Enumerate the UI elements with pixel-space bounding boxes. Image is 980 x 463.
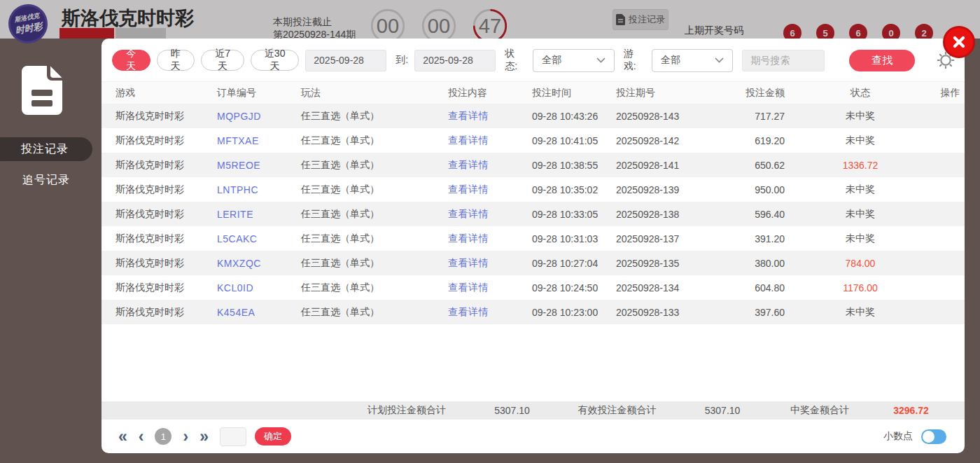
cell-period: 20250928-134 [616, 282, 734, 293]
cell-status: 1176.00 [785, 282, 936, 293]
table-row: 斯洛伐克时时彩 M5REOE 任三直选（单式） 查看详情 09-28 10:38… [102, 153, 965, 177]
column-header: 游戏 [115, 87, 217, 99]
cell-play-type: 任三直选（单式） [301, 233, 448, 245]
cell-play-type: 任三直选（单式） [301, 208, 448, 221]
quick-range-button[interactable]: 昨天 [157, 50, 195, 71]
cell-play-type: 任三直选（单式） [301, 110, 448, 123]
win-total-value: 3296.72 [893, 405, 965, 416]
pagination-bar: « ‹ 1 › » 确定 小数点 [102, 420, 965, 453]
cell-game: 斯洛伐克时时彩 [115, 257, 217, 270]
cell-status: 未中奖 [785, 306, 936, 319]
first-page-button[interactable]: « [118, 429, 127, 445]
decimal-toggle-label: 小数点 [883, 430, 913, 443]
order-number-link[interactable]: KMXZQC [217, 258, 261, 269]
decimal-toggle-switch[interactable] [921, 429, 946, 444]
planned-total-label: 计划投注金额合计 [368, 404, 494, 417]
table-row: 斯洛伐克时时彩 LERITE 任三直选（单式） 查看详情 09-28 10:33… [102, 202, 965, 226]
date-from-input[interactable] [305, 50, 386, 71]
chevron-down-icon [596, 57, 606, 63]
cell-amount: 397.60 [734, 307, 785, 318]
cell-bet-time: 09-28 10:27:04 [532, 258, 616, 269]
cell-amount: 650.62 [734, 160, 785, 171]
cell-game: 斯洛伐克时时彩 [115, 184, 217, 196]
order-number-link[interactable]: L5CAKC [217, 233, 257, 244]
view-detail-link[interactable]: 查看详情 [448, 208, 489, 219]
cell-bet-time: 09-28 10:38:55 [532, 160, 616, 171]
table-row: 斯洛伐克时时彩 KMXZQC 任三直选（单式） 查看详情 09-28 10:27… [102, 251, 965, 275]
cell-status: 未中奖 [785, 110, 936, 123]
cell-bet-time: 09-28 10:33:05 [532, 209, 616, 220]
page-jump-input[interactable] [220, 427, 246, 446]
last-page-button[interactable]: » [200, 429, 209, 445]
cell-game: 斯洛伐克时时彩 [115, 159, 217, 172]
quick-range-button[interactable]: 近7天 [201, 50, 244, 71]
view-detail-link[interactable]: 查看详情 [448, 233, 489, 244]
sidebar-item-0[interactable]: 投注记录 [0, 137, 92, 161]
cell-play-type: 任三直选（单式） [301, 282, 448, 294]
cell-bet-time: 09-28 10:31:03 [532, 233, 616, 244]
view-detail-link[interactable]: 查看详情 [448, 282, 489, 293]
sidebar-item-1[interactable]: 追号记录 [0, 168, 92, 192]
order-number-link[interactable]: LNTPHC [217, 184, 258, 195]
close-modal-button[interactable] [943, 26, 975, 58]
cell-amount: 619.20 [734, 135, 785, 146]
cell-game: 斯洛伐克时时彩 [115, 208, 217, 221]
cell-period: 20250928-135 [616, 258, 734, 269]
cell-play-type: 任三直选（单式） [301, 306, 448, 319]
quick-range-group: 今天昨天近7天近30天 [112, 50, 299, 71]
view-detail-link[interactable]: 查看详情 [448, 134, 489, 146]
quick-range-button[interactable]: 今天 [112, 50, 150, 71]
cell-status: 784.00 [785, 258, 936, 269]
cell-period: 20250928-133 [616, 307, 734, 318]
cell-play-type: 任三直选（单式） [301, 134, 448, 147]
prev-page-button[interactable]: ‹ [139, 429, 144, 445]
current-page-indicator[interactable]: 1 [155, 428, 172, 445]
filter-bar: 今天昨天近7天近30天 到: 状态: 全部 游戏: 全部 查找 [102, 39, 965, 81]
order-number-link[interactable]: LERITE [217, 209, 253, 220]
bet-record-icon [22, 64, 62, 116]
cell-game: 斯洛伐克时时彩 [115, 134, 217, 147]
cell-amount: 380.00 [734, 258, 785, 269]
cell-period: 20250928-141 [616, 160, 734, 171]
cell-game: 斯洛伐克时时彩 [115, 233, 217, 245]
search-button[interactable]: 查找 [849, 50, 915, 71]
table-row: 斯洛伐克时时彩 LNTPHC 任三直选（单式） 查看详情 09-28 10:35… [102, 177, 965, 202]
date-to-input[interactable] [414, 50, 496, 71]
order-number-link[interactable]: MFTXAE [217, 135, 259, 146]
page-confirm-button[interactable]: 确定 [255, 427, 291, 445]
column-header: 状态 [785, 87, 936, 99]
cell-bet-time: 09-28 10:35:02 [532, 184, 616, 195]
cell-status: 未中奖 [785, 208, 936, 221]
cell-status: 未中奖 [785, 184, 936, 196]
view-detail-link[interactable]: 查看详情 [448, 110, 489, 121]
order-number-link[interactable]: M5REOE [217, 160, 260, 171]
status-select[interactable]: 全部 [533, 49, 615, 72]
view-detail-link[interactable]: 查看详情 [448, 257, 489, 268]
column-header: 投注内容 [448, 87, 532, 99]
view-detail-link[interactable]: 查看详情 [448, 306, 489, 317]
next-page-button[interactable]: › [183, 429, 188, 445]
period-search-input[interactable] [742, 50, 825, 71]
chevron-down-icon [715, 57, 724, 63]
quick-range-button[interactable]: 近30天 [251, 50, 299, 71]
cell-amount: 391.20 [734, 233, 785, 244]
close-icon [952, 35, 966, 49]
view-detail-link[interactable]: 查看详情 [448, 184, 489, 195]
app-stage: 斯洛伐克 时时彩 斯洛伐克时时彩 本期投注截止 第20250928-144期 0… [0, 0, 980, 463]
table-row: 斯洛伐克时时彩 L5CAKC 任三直选（单式） 查看详情 09-28 10:31… [102, 226, 965, 251]
cell-bet-time: 09-28 10:43:26 [532, 111, 616, 122]
column-header: 操作 [936, 87, 965, 99]
order-number-link[interactable]: K454EA [217, 307, 255, 318]
cell-amount: 950.00 [734, 184, 785, 195]
summary-bar: 计划投注金额合计 5307.10 有效投注金额合计 5307.10 中奖金额合计… [102, 401, 965, 420]
table-header-row: 游戏订单编号玩法投注内容投注时间投注期号投注金额状态操作 [102, 81, 965, 104]
table-body: 斯洛伐克时时彩 MQPGJD 任三直选（单式） 查看详情 09-28 10:43… [102, 104, 965, 324]
status-label: 状态: [505, 48, 526, 73]
cell-status: 未中奖 [785, 134, 936, 147]
table-row: 斯洛伐克时时彩 MQPGJD 任三直选（单式） 查看详情 09-28 10:43… [102, 104, 965, 128]
view-detail-link[interactable]: 查看详情 [448, 159, 489, 170]
game-select[interactable]: 全部 [652, 49, 734, 72]
order-number-link[interactable]: MQPGJD [217, 111, 261, 122]
order-number-link[interactable]: KCL0ID [217, 282, 253, 293]
cell-game: 斯洛伐克时时彩 [115, 282, 217, 294]
